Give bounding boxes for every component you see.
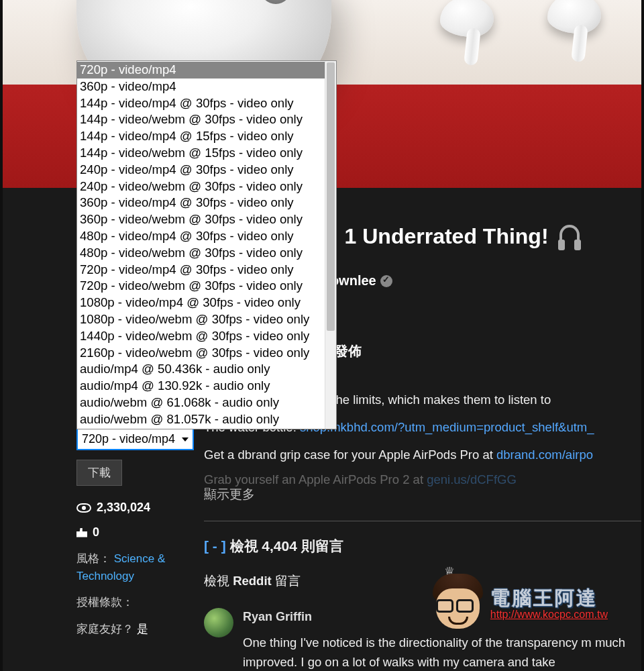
- format-select[interactable]: 720p - video/mp4: [76, 428, 194, 450]
- reddit-comments-link[interactable]: 檢視 Reddit 留言: [204, 570, 641, 592]
- format-option[interactable]: 2160p - video/webm @ 30fps - video only: [77, 345, 325, 362]
- comments-header: [ - ] 檢視 4,404 則留言: [204, 533, 641, 558]
- format-option[interactable]: 720p - video/mp4 @ 30fps - video only: [77, 262, 325, 278]
- format-dropdown-list[interactable]: 720p - video/mp4360p - video/mp4144p - v…: [76, 60, 337, 429]
- eye-icon: [76, 503, 91, 513]
- headphone-icon: [559, 225, 580, 245]
- scrollbar-thumb[interactable]: [327, 62, 335, 331]
- family-friendly-row: 家庭友好？ 是: [76, 621, 194, 638]
- download-button[interactable]: 下載: [76, 460, 122, 486]
- thumb-up-icon: [76, 528, 87, 537]
- format-option[interactable]: 240p - video/webm @ 30fps - video only: [77, 178, 325, 195]
- format-option[interactable]: 720p - video/webm @ 30fps - video only: [77, 278, 325, 295]
- format-option[interactable]: 240p - video/mp4 @ 30fps - video only: [77, 162, 325, 178]
- format-option[interactable]: 360p - video/mp4: [77, 79, 325, 95]
- view-count: 2,330,024: [76, 501, 194, 515]
- format-option[interactable]: 480p - video/mp4 @ 30fps - video only: [77, 228, 325, 245]
- scrollbar[interactable]: [325, 61, 336, 429]
- format-option[interactable]: 1080p - video/webm @ 30fps - video only: [77, 311, 325, 328]
- format-option[interactable]: 144p - video/webm @ 15fps - video only: [77, 145, 325, 162]
- format-option[interactable]: audio/webm @ 61.068k - audio only: [77, 395, 325, 411]
- genre-row: 風格： Science & Technology: [76, 550, 194, 584]
- format-option[interactable]: 1440p - video/webm @ 30fps - video only: [77, 328, 325, 345]
- format-option[interactable]: 480p - video/webm @ 30fps - video only: [77, 245, 325, 262]
- verified-badge-icon: [380, 275, 392, 287]
- comments-collapse-toggle[interactable]: [ - ]: [204, 538, 226, 554]
- comment-body: One thing I've noticed is the directiona…: [243, 633, 641, 671]
- format-option[interactable]: audio/mp4 @ 130.92k - audio only: [77, 378, 325, 395]
- license-row: 授權條款：: [76, 594, 194, 611]
- comment-item: Ryan Griffin One thing I've noticed is t…: [204, 606, 641, 671]
- description-link[interactable]: geni.us/dCFfGG: [427, 472, 517, 486]
- description-link[interactable]: shop.mkbhd.com/?utm_medium=product_shelf…: [300, 420, 594, 434]
- format-option[interactable]: 144p - video/mp4 @ 15fps - video only: [77, 128, 325, 145]
- like-count: 0: [76, 525, 194, 539]
- format-option[interactable]: audio/webm @ 81.057k - audio only: [77, 411, 325, 428]
- airpod-graphic: [440, 0, 494, 37]
- format-option[interactable]: 720p - video/mp4: [77, 62, 325, 79]
- description-link[interactable]: dbrand.com/airpo: [496, 448, 593, 462]
- format-option[interactable]: 360p - video/mp4 @ 30fps - video only: [77, 195, 325, 211]
- airpod-graphic: [547, 0, 601, 34]
- format-option[interactable]: audio/mp4 @ 50.436k - audio only: [77, 361, 325, 378]
- chevron-down-icon: [182, 437, 189, 442]
- comment-author[interactable]: Ryan Griffin: [243, 606, 641, 627]
- format-option[interactable]: 1080p - video/mp4 @ 30fps - video only: [77, 295, 325, 311]
- divider: [204, 521, 641, 521]
- avatar[interactable]: [204, 608, 233, 637]
- video-description: computational audio to the limits, which…: [204, 389, 641, 671]
- format-option[interactable]: 144p - video/webm @ 30fps - video only: [77, 111, 325, 128]
- format-option[interactable]: 360p - video/webm @ 30fps - video only: [77, 211, 325, 228]
- format-option[interactable]: 144p - video/mp4 @ 30fps - video only: [77, 95, 325, 112]
- format-select-value: 720p - video/mp4: [82, 432, 175, 446]
